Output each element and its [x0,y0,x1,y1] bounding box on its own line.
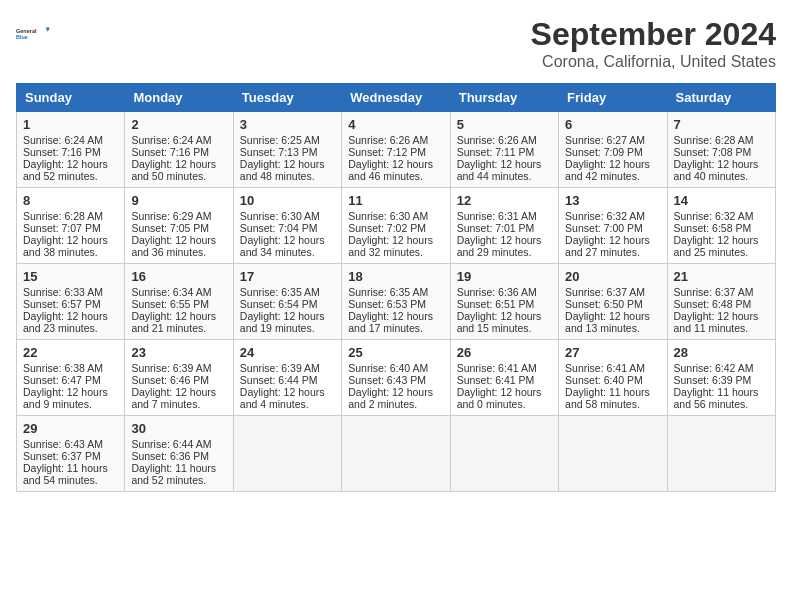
day-number: 26 [457,345,552,360]
sunrise-text: Sunrise: 6:38 AM [23,362,103,374]
calendar-cell: 20 Sunrise: 6:37 AM Sunset: 6:50 PM Dayl… [559,264,667,340]
calendar-cell: 11 Sunrise: 6:30 AM Sunset: 7:02 PM Dayl… [342,188,450,264]
calendar-cell: 23 Sunrise: 6:39 AM Sunset: 6:46 PM Dayl… [125,340,233,416]
day-number: 9 [131,193,226,208]
sunset-text: Sunset: 6:57 PM [23,298,101,310]
sunrise-text: Sunrise: 6:30 AM [348,210,428,222]
calendar-cell: 21 Sunrise: 6:37 AM Sunset: 6:48 PM Dayl… [667,264,775,340]
calendar-cell: 2 Sunrise: 6:24 AM Sunset: 7:16 PM Dayli… [125,112,233,188]
daylight-text: Daylight: 12 hours and 29 minutes. [457,234,542,258]
day-number: 20 [565,269,660,284]
sunset-text: Sunset: 6:39 PM [674,374,752,386]
sunset-text: Sunset: 6:37 PM [23,450,101,462]
day-number: 22 [23,345,118,360]
sunrise-text: Sunrise: 6:40 AM [348,362,428,374]
sunrise-text: Sunrise: 6:31 AM [457,210,537,222]
calendar-cell: 25 Sunrise: 6:40 AM Sunset: 6:43 PM Dayl… [342,340,450,416]
sunset-text: Sunset: 7:11 PM [457,146,535,158]
daylight-text: Daylight: 11 hours and 54 minutes. [23,462,108,486]
sunset-text: Sunset: 7:16 PM [23,146,101,158]
sunset-text: Sunset: 6:50 PM [565,298,643,310]
calendar-title: September 2024 [531,16,776,53]
daylight-text: Daylight: 12 hours and 25 minutes. [674,234,759,258]
daylight-text: Daylight: 12 hours and 9 minutes. [23,386,108,410]
calendar-subtitle: Corona, California, United States [531,53,776,71]
sunset-text: Sunset: 7:09 PM [565,146,643,158]
calendar-cell: 27 Sunrise: 6:41 AM Sunset: 6:40 PM Dayl… [559,340,667,416]
svg-text:General: General [16,28,37,34]
daylight-text: Daylight: 12 hours and 50 minutes. [131,158,216,182]
day-number: 13 [565,193,660,208]
day-number: 27 [565,345,660,360]
day-number: 24 [240,345,335,360]
svg-marker-2 [46,27,50,31]
calendar-cell: 30 Sunrise: 6:44 AM Sunset: 6:36 PM Dayl… [125,416,233,492]
sunrise-text: Sunrise: 6:41 AM [457,362,537,374]
daylight-text: Daylight: 12 hours and 32 minutes. [348,234,433,258]
weekday-header: Saturday [667,84,775,112]
daylight-text: Daylight: 12 hours and 17 minutes. [348,310,433,334]
sunrise-text: Sunrise: 6:42 AM [674,362,754,374]
calendar-cell: 29 Sunrise: 6:43 AM Sunset: 6:37 PM Dayl… [17,416,125,492]
sunset-text: Sunset: 7:01 PM [457,222,535,234]
calendar-cell: 6 Sunrise: 6:27 AM Sunset: 7:09 PM Dayli… [559,112,667,188]
daylight-text: Daylight: 12 hours and 2 minutes. [348,386,433,410]
day-number: 21 [674,269,769,284]
daylight-text: Daylight: 11 hours and 58 minutes. [565,386,650,410]
logo: General Blue [16,16,56,52]
daylight-text: Daylight: 12 hours and 38 minutes. [23,234,108,258]
calendar-cell: 24 Sunrise: 6:39 AM Sunset: 6:44 PM Dayl… [233,340,341,416]
sunset-text: Sunset: 7:05 PM [131,222,209,234]
sunrise-text: Sunrise: 6:24 AM [23,134,103,146]
sunset-text: Sunset: 7:08 PM [674,146,752,158]
svg-text:Blue: Blue [16,34,28,40]
sunrise-text: Sunrise: 6:26 AM [457,134,537,146]
day-number: 1 [23,117,118,132]
day-number: 15 [23,269,118,284]
daylight-text: Daylight: 12 hours and 27 minutes. [565,234,650,258]
sunrise-text: Sunrise: 6:24 AM [131,134,211,146]
calendar-cell: 12 Sunrise: 6:31 AM Sunset: 7:01 PM Dayl… [450,188,558,264]
daylight-text: Daylight: 12 hours and 44 minutes. [457,158,542,182]
weekday-header: Tuesday [233,84,341,112]
daylight-text: Daylight: 12 hours and 7 minutes. [131,386,216,410]
title-block: September 2024 Corona, California, Unite… [531,16,776,71]
sunset-text: Sunset: 6:48 PM [674,298,752,310]
calendar-cell: 4 Sunrise: 6:26 AM Sunset: 7:12 PM Dayli… [342,112,450,188]
sunrise-text: Sunrise: 6:26 AM [348,134,428,146]
day-number: 25 [348,345,443,360]
weekday-header: Friday [559,84,667,112]
sunrise-text: Sunrise: 6:33 AM [23,286,103,298]
sunrise-text: Sunrise: 6:37 AM [565,286,645,298]
sunset-text: Sunset: 6:47 PM [23,374,101,386]
calendar-cell: 17 Sunrise: 6:35 AM Sunset: 6:54 PM Dayl… [233,264,341,340]
page-header: General Blue September 2024 Corona, Cali… [16,16,776,71]
calendar-cell: 10 Sunrise: 6:30 AM Sunset: 7:04 PM Dayl… [233,188,341,264]
sunset-text: Sunset: 7:13 PM [240,146,318,158]
day-number: 18 [348,269,443,284]
sunrise-text: Sunrise: 6:44 AM [131,438,211,450]
day-number: 17 [240,269,335,284]
sunrise-text: Sunrise: 6:32 AM [674,210,754,222]
day-number: 23 [131,345,226,360]
daylight-text: Daylight: 12 hours and 42 minutes. [565,158,650,182]
calendar-week-row: 8 Sunrise: 6:28 AM Sunset: 7:07 PM Dayli… [17,188,776,264]
sunset-text: Sunset: 6:53 PM [348,298,426,310]
sunrise-text: Sunrise: 6:28 AM [23,210,103,222]
calendar-cell: 18 Sunrise: 6:35 AM Sunset: 6:53 PM Dayl… [342,264,450,340]
day-number: 16 [131,269,226,284]
sunrise-text: Sunrise: 6:37 AM [674,286,754,298]
daylight-text: Daylight: 12 hours and 34 minutes. [240,234,325,258]
sunset-text: Sunset: 6:51 PM [457,298,535,310]
calendar-cell: 1 Sunrise: 6:24 AM Sunset: 7:16 PM Dayli… [17,112,125,188]
sunset-text: Sunset: 7:02 PM [348,222,426,234]
daylight-text: Daylight: 12 hours and 46 minutes. [348,158,433,182]
sunset-text: Sunset: 7:07 PM [23,222,101,234]
daylight-text: Daylight: 12 hours and 36 minutes. [131,234,216,258]
daylight-text: Daylight: 12 hours and 48 minutes. [240,158,325,182]
sunrise-text: Sunrise: 6:35 AM [240,286,320,298]
sunset-text: Sunset: 6:55 PM [131,298,209,310]
sunrise-text: Sunrise: 6:43 AM [23,438,103,450]
day-number: 19 [457,269,552,284]
calendar-header-row: SundayMondayTuesdayWednesdayThursdayFrid… [17,84,776,112]
